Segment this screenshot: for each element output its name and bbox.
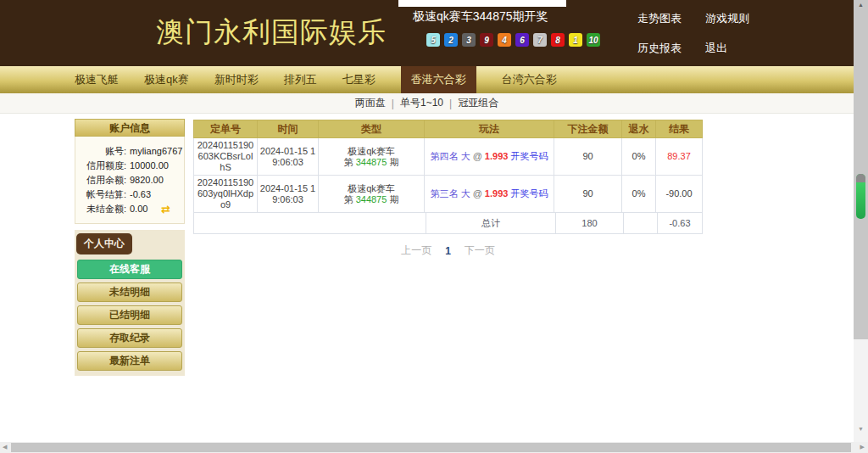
lottery-ball-1: 1 <box>569 33 582 47</box>
total-amount: 180 <box>556 213 624 233</box>
column-header-7: 结果 <box>656 120 702 137</box>
column-header-4: 玩法 <box>425 120 554 137</box>
subnav-separator: | <box>449 98 452 109</box>
lottery-ball-2: 2 <box>444 33 458 47</box>
total-spacer <box>194 213 426 233</box>
account-field-value: 0.00 <box>130 202 147 216</box>
latest-bets-button[interactable]: 最新注单 <box>77 351 182 371</box>
result-cell: -90.00 <box>656 176 702 212</box>
lottery-ball-3: 3 <box>462 33 476 47</box>
account-field: 账号:myliang6767 <box>79 144 181 159</box>
subnav-item-3[interactable]: 冠亚组合 <box>458 96 498 110</box>
current-page-number[interactable]: 1 <box>445 245 451 257</box>
column-header-5: 下注金额 <box>554 120 622 137</box>
subnav-item-2[interactable]: 单号1~10 <box>400 96 443 110</box>
page: 澳门永利国际娱乐 极速qk赛车344875期开奖 52394678110 走势图… <box>0 0 868 453</box>
period-line: 第 344875 期 <box>344 157 399 168</box>
table-body: 20240115190603KCBsrLolhS2024-01-15 19:06… <box>193 138 703 213</box>
account-info-panel: 账号:myliang6767信用额度:10000.00信用余额:9820.00帐… <box>75 137 185 224</box>
pagination: 上一页 1 下一页 <box>193 243 703 258</box>
nav-pailiewu[interactable]: 排列五 <box>284 66 317 93</box>
scroll-left-arrow-icon[interactable]: ◀ <box>3 444 7 450</box>
order-id-cell: 20240115190603yq0lHXdpo9 <box>194 176 258 212</box>
personal-center-badge: 个人中心 <box>76 233 132 254</box>
game-name: 极速qk赛车 <box>348 183 395 194</box>
settled-detail-button[interactable]: 已结明细 <box>77 305 182 325</box>
account-info-title: 账户信息 <box>75 119 185 137</box>
amount-cell: 90 <box>554 138 622 175</box>
personal-center-panel: 个人中心 在线客服未结明细已结明细存取纪录最新注单 <box>75 230 185 376</box>
column-header-6: 退水 <box>622 120 656 137</box>
nav-xin-shishicai[interactable]: 新时时彩 <box>214 66 259 93</box>
subnav-separator: | <box>392 98 394 109</box>
total-rebate <box>624 213 658 233</box>
lottery-ball-10: 10 <box>587 33 600 47</box>
vertical-scrollbar-track[interactable] <box>854 0 868 339</box>
vertical-scrollbar[interactable]: ▲ ▼ <box>854 0 868 442</box>
period-line: 第 344875 期 <box>344 194 399 205</box>
subnav-item-1[interactable]: 两面盘 <box>355 96 386 110</box>
period-prefix: 第 <box>344 194 356 204</box>
nav-hk-liuhecai[interactable]: 香港六合彩 <box>401 66 476 93</box>
play-name: 第四名 大 <box>431 151 470 162</box>
bet-records-table: 定单号时间类型玩法下注金额退水结果 20240115190603KCBsrLol… <box>193 120 703 258</box>
table-header-row: 定单号时间类型玩法下注金额退水结果 <box>193 120 703 138</box>
nav-jisu-qk-sai[interactable]: 极速qk赛 <box>144 66 189 93</box>
nav-tw-liuhecai[interactable]: 台湾六合彩 <box>502 66 557 93</box>
horizontal-scrollbar[interactable]: ◀ ▶ <box>0 442 868 453</box>
history-report-link[interactable]: 历史报表 <box>637 41 705 56</box>
vertical-scrollbar-thumb[interactable] <box>856 174 865 219</box>
play-cell: 第三名 大@1.993开奖号码 <box>425 176 554 212</box>
game-name: 极速qk赛车 <box>348 146 395 157</box>
table-total-row: 总计 180 -0.63 <box>193 213 703 234</box>
odds-value: 1.993 <box>485 188 509 199</box>
scrollbar-thumb-cap <box>856 174 865 182</box>
play-cell: 第四名 大@1.993开奖号码 <box>425 138 554 175</box>
scroll-up-arrow-icon[interactable]: ▲ <box>854 2 868 8</box>
total-result: -0.63 <box>658 213 702 233</box>
lottery-ball-8: 8 <box>551 33 565 47</box>
deposit-withdraw-record-button[interactable]: 存取纪录 <box>77 328 182 348</box>
time-cell: 2024-01-15 19:06:03 <box>258 138 319 175</box>
draw-result-link[interactable]: 开奖号码 <box>510 188 548 199</box>
nav-qixingcai[interactable]: 七星彩 <box>342 66 376 93</box>
table-row: 20240115190603yq0lHXdpo92024-01-15 19:06… <box>194 176 702 213</box>
game-rules-link[interactable]: 游戏规则 <box>705 11 773 26</box>
nav-jisu-feiting[interactable]: 极速飞艇 <box>75 66 119 93</box>
refresh-icon[interactable]: ⇄ <box>161 202 170 216</box>
logout-link[interactable]: 退出 <box>705 41 773 56</box>
draw-result-link[interactable]: 开奖号码 <box>510 151 548 162</box>
at-sign: @ <box>473 188 482 199</box>
column-header-1: 定单号 <box>194 120 258 137</box>
horizontal-scrollbar-thumb[interactable] <box>11 443 851 452</box>
amount-cell: 90 <box>554 176 622 212</box>
play-name: 第三名 大 <box>431 188 470 199</box>
sidebar-buttons: 在线客服未结明细已结明细存取纪录最新注单 <box>76 260 183 371</box>
period-suffix: 期 <box>387 194 398 204</box>
scroll-down-arrow-icon[interactable]: ▼ <box>854 426 868 432</box>
rebate-cell: 0% <box>622 176 656 212</box>
trend-chart-link[interactable]: 走势图表 <box>637 11 705 26</box>
main-nav: 极速飞艇极速qk赛新时时彩排列五七星彩香港六合彩台湾六合彩 <box>0 66 854 93</box>
type-cell: 极速qk赛车第 344875 期 <box>319 176 425 212</box>
online-service-button[interactable]: 在线客服 <box>77 260 182 279</box>
scroll-right-arrow-icon[interactable]: ▶ <box>860 444 865 450</box>
column-header-3: 类型 <box>319 120 425 137</box>
account-field-label: 信用余额: <box>79 173 126 187</box>
next-page-button[interactable]: 下一页 <box>465 243 495 258</box>
lottery-ball-9: 9 <box>480 33 493 47</box>
rebate-cell: 0% <box>622 138 656 175</box>
at-sign: @ <box>473 151 482 162</box>
account-field: 帐号结算:-0.63 <box>79 187 181 202</box>
account-field: 信用额度:10000.00 <box>79 159 181 173</box>
draw-result-balls: 52394678110 <box>426 33 600 47</box>
account-field: 未结金额:0.00⇄ <box>79 202 181 216</box>
table-row: 20240115190603KCBsrLolhS2024-01-15 19:06… <box>194 138 702 176</box>
draw-announcement: 极速qk赛车344875期开奖 <box>413 9 548 25</box>
account-field-value: -0.63 <box>130 187 151 202</box>
prev-page-button[interactable]: 上一页 <box>401 243 431 258</box>
total-label: 总计 <box>426 213 556 233</box>
account-field-label: 账号: <box>79 144 126 159</box>
unsettled-detail-button[interactable]: 未结明细 <box>77 282 182 302</box>
account-field-label: 未结金额: <box>79 202 126 216</box>
